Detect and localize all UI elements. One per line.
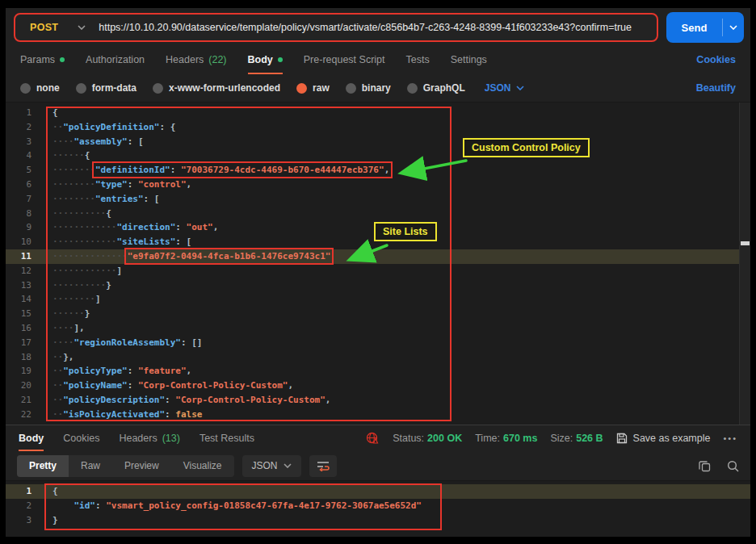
wrap-lines-button[interactable] xyxy=(309,455,337,477)
tab-settings[interactable]: Settings xyxy=(451,45,487,74)
chevron-down-icon xyxy=(284,463,292,468)
radio-icon xyxy=(296,83,307,94)
tab-tests[interactable]: Tests xyxy=(406,45,430,74)
more-options-button[interactable]: ••• xyxy=(723,433,737,443)
response-tab-test-results[interactable]: Test Results xyxy=(200,425,254,451)
search-icon xyxy=(727,460,739,472)
tab-count: (13) xyxy=(162,433,180,444)
editor-scrollbar-thumb[interactable] xyxy=(741,241,750,245)
request-tabs: ParamsAuthorizationHeaders(22)BodyPre-re… xyxy=(6,45,750,74)
code-line-3: 3} xyxy=(6,513,750,528)
wrap-lines-icon xyxy=(317,461,330,471)
method-select[interactable]: POST xyxy=(15,15,99,40)
tab-headers[interactable]: Headers(22) xyxy=(166,45,226,74)
view-tab-preview[interactable]: Preview xyxy=(112,455,171,477)
body-mode-label: x-www-form-urlencoded xyxy=(169,82,280,94)
code-line-16: 16····], xyxy=(6,321,750,336)
line-number: 3 xyxy=(6,513,43,528)
send-options-button[interactable] xyxy=(723,25,744,30)
line-number: 18 xyxy=(6,350,43,365)
body-mode-label: none xyxy=(36,82,60,94)
body-language-select[interactable]: JSON xyxy=(485,82,525,94)
code-line-3: 3····"assembly": [ xyxy=(6,135,750,149)
radio-icon xyxy=(76,83,86,94)
copy-response-button[interactable] xyxy=(699,460,711,472)
response-code-lines: 1{2 "id": "vsmart_policy_config-01858c47… xyxy=(6,484,750,528)
body-mode-binary[interactable]: binary xyxy=(346,82,391,94)
response-toolbar-right xyxy=(699,460,739,472)
beautify-link[interactable]: Beautify xyxy=(696,82,736,94)
green-dot-icon xyxy=(278,57,283,62)
annotation-red-box-line-11: "e9fa07f2-0494-4fca-b1b6-1476ce9743c1" xyxy=(128,251,331,262)
editor-scrollbar-track[interactable] xyxy=(739,103,750,425)
search-response-button[interactable] xyxy=(727,460,739,472)
annotation-custom-control-policy: Custom Control Policy xyxy=(463,138,590,157)
view-tab-raw[interactable]: Raw xyxy=(69,455,112,477)
response-tab-headers[interactable]: Headers(13) xyxy=(119,425,179,451)
size-badge: Size:526 B xyxy=(550,433,603,444)
code-line-19: 19··"policyType": "feature", xyxy=(6,364,750,379)
line-number: 7 xyxy=(6,192,43,207)
postman-window: POST https://10.10.20.90/dataservice/tem… xyxy=(6,8,750,536)
save-as-example-button[interactable]: Save as example xyxy=(616,433,711,444)
body-mode-raw[interactable]: raw xyxy=(296,82,330,94)
body-mode-label: form-data xyxy=(92,82,136,94)
send-label: Send xyxy=(666,22,722,34)
code-line-12: 12············] xyxy=(6,264,750,278)
cookies-link[interactable]: Cookies xyxy=(696,54,736,65)
chevron-down-icon xyxy=(729,25,737,30)
url-input[interactable]: https://10.10.20.90/dataservice/template… xyxy=(99,22,657,33)
response-tab-body[interactable]: Body xyxy=(19,425,44,451)
tab-body[interactable]: Body xyxy=(248,45,283,74)
line-number: 21 xyxy=(6,393,43,408)
body-mode-row: noneform-datax-www-form-urlencodedrawbin… xyxy=(6,74,750,102)
code-line-2: 2 "id": "vsmart_policy_config-01858c47-6… xyxy=(6,499,750,513)
body-mode-form-data[interactable]: form-data xyxy=(76,82,136,94)
code-line-8: 8··········{ xyxy=(6,207,750,221)
code-line-7: 7········"entries": [ xyxy=(6,192,750,207)
line-number: 5 xyxy=(6,163,43,178)
annotation-red-box-line-5: "definitionId": "70036729-4cdc-4469-b670… xyxy=(95,165,389,175)
request-code-lines: 1{2··"policyDefinition": {3····"assembly… xyxy=(6,106,750,422)
chevron-down-icon xyxy=(78,25,86,30)
line-number: 19 xyxy=(6,364,43,379)
line-number: 22 xyxy=(6,408,43,422)
tab-pre-request-script[interactable]: Pre-request Script xyxy=(304,45,385,74)
line-number: 1 xyxy=(6,484,43,499)
response-tab-cookies[interactable]: Cookies xyxy=(63,425,99,451)
code-line-20: 20··"policyName": "Corp-Control-Policy-C… xyxy=(6,379,750,393)
tab-params[interactable]: Params xyxy=(20,45,65,74)
code-line-22: 22··"isPolicyActivated": false xyxy=(6,408,750,422)
view-tab-pretty[interactable]: Pretty xyxy=(17,455,69,477)
line-number: 8 xyxy=(6,207,43,221)
request-body-editor[interactable]: 1{2··"policyDefinition": {3····"assembly… xyxy=(6,102,750,425)
body-mode-label: GraphQL xyxy=(423,82,465,94)
code-line-5: 5········"definitionId": "70036729-4cdc-… xyxy=(6,163,750,178)
code-line-17: 17····"regionRoleAssembly": [] xyxy=(6,336,750,350)
body-mode-graphql[interactable]: GraphQL xyxy=(407,82,465,94)
network-warning-icon xyxy=(366,432,380,445)
line-number: 11 xyxy=(6,249,43,264)
response-language-label: JSON xyxy=(252,460,278,471)
response-meta-right: Status:200 OK Time:670 ms Size:526 B Sav… xyxy=(366,432,737,445)
radio-icon xyxy=(407,83,418,94)
save-as-example-label: Save as example xyxy=(633,433,711,444)
radio-icon xyxy=(346,83,356,94)
response-body-editor[interactable]: 1{2 "id": "vsmart_policy_config-01858c47… xyxy=(6,480,750,537)
method-label: POST xyxy=(30,22,58,33)
copy-icon xyxy=(699,460,711,472)
response-language-select[interactable]: JSON xyxy=(242,455,301,477)
response-meta-row: BodyCookiesHeaders(13)Test Results Statu… xyxy=(6,425,750,451)
radio-icon xyxy=(20,83,31,94)
view-tab-visualize[interactable]: Visualize xyxy=(171,455,234,477)
send-button[interactable]: Send xyxy=(666,12,744,43)
body-mode-none[interactable]: none xyxy=(20,82,60,94)
line-number: 9 xyxy=(6,220,43,235)
body-mode-x-www-form-urlencoded[interactable]: x-www-form-urlencoded xyxy=(153,82,280,94)
line-number: 1 xyxy=(6,106,43,120)
line-number: 16 xyxy=(6,321,43,336)
code-line-1: 1{ xyxy=(6,106,750,120)
annotation-site-lists: Site Lists xyxy=(374,222,437,241)
line-number: 13 xyxy=(6,278,43,293)
tab-authorization[interactable]: Authorization xyxy=(86,45,145,74)
